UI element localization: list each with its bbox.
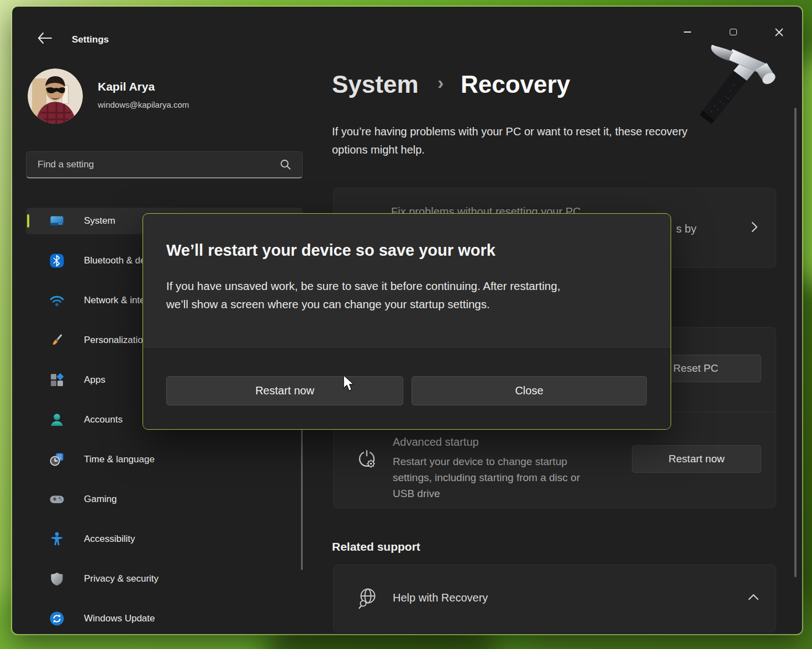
search-box[interactable]: [26, 151, 303, 178]
breadcrumb-system[interactable]: System: [332, 71, 419, 98]
restart-dialog: We’ll restart your device so save your w…: [143, 213, 671, 430]
sidebar-item-label: Personalization: [84, 335, 148, 346]
sidebar-item-accessibility[interactable]: Accessibility: [26, 526, 303, 552]
system-icon: [49, 213, 65, 229]
fix-problems-subtitle-fragment: s by: [676, 223, 697, 235]
sidebar-item-label: Time & language: [84, 454, 155, 465]
time-language-icon: [49, 452, 65, 467]
breadcrumb-separator: ›: [437, 72, 444, 93]
maximize-button[interactable]: [720, 22, 746, 42]
sidebar-scrollbar[interactable]: [301, 426, 303, 570]
chevron-right-icon: [751, 221, 758, 233]
dialog-body: If you have unsaved work, be sure to sav…: [166, 277, 560, 313]
related-support-heading: Related support: [332, 540, 420, 553]
network-icon: [49, 293, 65, 308]
sidebar-item-privacy-security[interactable]: Privacy & security: [26, 566, 303, 592]
avatar[interactable]: [28, 68, 83, 124]
back-button[interactable]: [36, 31, 56, 49]
advanced-restart-now-button[interactable]: Restart now: [632, 445, 761, 473]
dialog-title: We’ll restart your device so save your w…: [166, 241, 495, 260]
power-gear-icon: [357, 449, 377, 469]
user-email: windows@kapilarya.com: [98, 100, 189, 109]
accounts-icon: [49, 412, 65, 428]
minimize-button[interactable]: [674, 22, 700, 42]
dialog-close-button[interactable]: Close: [412, 376, 647, 405]
apps-icon: [49, 372, 65, 388]
search-icon: [280, 159, 291, 170]
sidebar-item-time-language[interactable]: Time & language: [26, 446, 303, 473]
sidebar-item-label: Accounts: [84, 414, 123, 425]
globe-search-icon: [358, 587, 378, 609]
sidebar-item-windows-update[interactable]: Windows Update: [26, 605, 303, 632]
sidebar-item-gaming[interactable]: Gaming: [26, 486, 303, 513]
accessibility-icon: [49, 531, 65, 547]
sidebar-item-label: Privacy & security: [84, 573, 159, 584]
back-arrow-icon: [39, 33, 51, 43]
app-title: Settings: [72, 34, 109, 45]
sidebar-item-label: Apps: [84, 374, 106, 386]
advanced-startup-description: Restart your device to change startup se…: [393, 453, 625, 502]
advanced-startup-title: Advanced startup: [393, 436, 479, 449]
page-scrollbar[interactable]: [794, 108, 797, 577]
dialog-restart-now-button[interactable]: Restart now: [166, 376, 403, 405]
sidebar-item-label: Gaming: [84, 494, 117, 505]
desktop: Settings Kapil Arya windows@kapilarya: [0, 0, 812, 649]
personalization-icon: [49, 333, 65, 348]
help-with-recovery-label: Help with Recovery: [393, 592, 488, 604]
close-window-button[interactable]: [766, 22, 792, 42]
search-input[interactable]: [38, 152, 275, 177]
sidebar-item-label: Windows Update: [84, 613, 155, 624]
minimize-icon: [684, 31, 691, 33]
bluetooth-icon: [49, 253, 65, 268]
user-name: Kapil Arya: [98, 80, 155, 93]
privacy-icon: [49, 571, 65, 587]
maximize-icon: [730, 29, 737, 35]
sidebar-item-label: System: [84, 215, 115, 226]
close-icon: [775, 28, 783, 36]
page-title: Recovery: [461, 71, 570, 98]
page-description: If you’re having problems with your PC o…: [332, 123, 790, 159]
selected-accent-bar: [27, 214, 29, 228]
sidebar-item-label: Accessibility: [84, 534, 135, 545]
windows-update-icon: [49, 611, 65, 626]
hammer-icon: [697, 44, 783, 124]
gaming-icon: [49, 492, 65, 507]
dialog-footer: Restart now Close: [143, 349, 671, 429]
chevron-up-icon[interactable]: [748, 594, 759, 600]
help-with-recovery-card[interactable]: Help with Recovery: [333, 564, 776, 632]
